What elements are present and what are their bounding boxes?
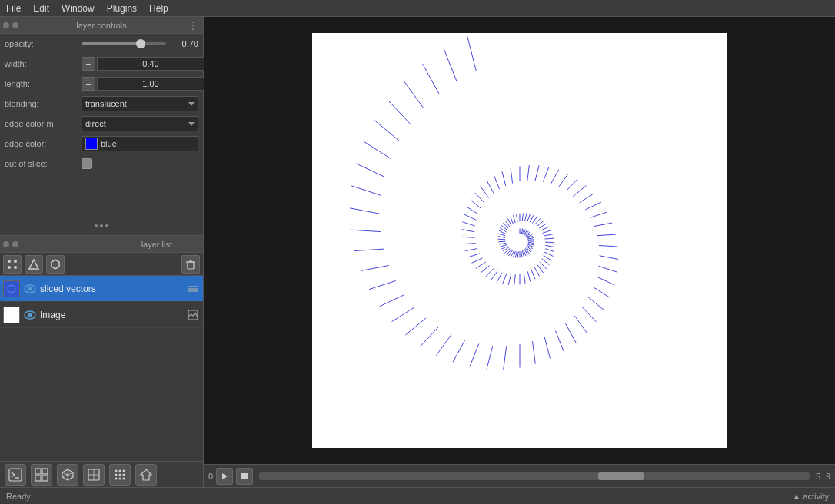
blending-dropdown-arrow-icon xyxy=(188,102,195,106)
sliced-vectors-type-icon xyxy=(186,282,200,296)
svg-point-16 xyxy=(28,313,32,317)
vector-art-svg xyxy=(312,33,727,448)
menu-window[interactable]: Window xyxy=(55,2,101,15)
3d-button[interactable] xyxy=(57,464,78,486)
edge-color-mode-value: direct xyxy=(85,119,188,128)
menu-edit[interactable]: Edit xyxy=(27,2,55,15)
canvas-scrollbar-thumb[interactable] xyxy=(598,472,644,480)
svg-point-0 xyxy=(8,260,11,263)
edge-color-control[interactable]: blue xyxy=(82,136,198,151)
menu-help[interactable]: Help xyxy=(143,2,175,15)
page-current: 5 xyxy=(816,472,820,481)
dots-grid-button[interactable] xyxy=(109,464,131,486)
svg-point-33 xyxy=(123,469,125,472)
width-decrement-button[interactable]: − xyxy=(82,57,95,71)
svg-point-38 xyxy=(119,477,121,479)
svg-rect-23 xyxy=(42,476,48,481)
home-button[interactable] xyxy=(135,464,157,486)
length-decrement-button[interactable]: − xyxy=(82,77,95,91)
layer-item-image[interactable]: Image xyxy=(0,302,203,328)
edge-color-mode-label: edge color m xyxy=(5,119,82,128)
menu-bar: File Edit Window Plugins Help xyxy=(0,0,835,17)
menu-file[interactable]: File xyxy=(0,2,27,15)
opacity-value-area: 0.70 xyxy=(82,39,198,48)
eye-icon-image xyxy=(24,310,36,320)
layer-list-dot-2 xyxy=(12,241,18,247)
activity-label: ▲ activity xyxy=(792,492,829,501)
blending-row: blending: translucent xyxy=(0,94,203,114)
sliced-vectors-preview-icon xyxy=(5,283,18,295)
edge-color-label: edge color: xyxy=(5,139,82,148)
terminal-icon xyxy=(8,468,22,482)
edge-color-mode-row: edge color m direct xyxy=(0,114,203,134)
svg-point-1 xyxy=(14,260,17,263)
image-type-icon xyxy=(186,308,200,322)
grid-button[interactable] xyxy=(31,464,52,486)
left-bottom-toolbar xyxy=(0,461,203,487)
blending-dropdown[interactable]: translucent xyxy=(82,96,198,111)
svg-rect-6 xyxy=(188,262,194,269)
add-shape-button[interactable] xyxy=(25,255,43,274)
stop-button[interactable] xyxy=(236,468,253,485)
canvas-viewport[interactable] xyxy=(204,17,835,464)
opacity-slider-thumb[interactable] xyxy=(136,39,145,48)
layer-item-sliced-vectors[interactable]: sliced vectors xyxy=(0,276,203,302)
svg-point-34 xyxy=(115,473,118,476)
canvas-area: 0 5 | 9 xyxy=(204,17,835,487)
layer-visibility-toggle-image[interactable] xyxy=(23,308,37,322)
add-polygon-button[interactable] xyxy=(46,255,65,274)
eye-icon xyxy=(24,284,36,293)
layer-list-header-icons xyxy=(3,241,18,247)
svg-point-2 xyxy=(8,266,11,269)
home-icon xyxy=(139,468,153,482)
svg-rect-21 xyxy=(42,469,48,474)
svg-point-11 xyxy=(28,287,32,290)
box-button[interactable] xyxy=(83,464,105,486)
svg-rect-41 xyxy=(312,33,727,448)
svg-marker-40 xyxy=(141,469,151,480)
opacity-slider-track[interactable] xyxy=(82,42,166,45)
add-point-button[interactable] xyxy=(3,255,22,274)
layer-controls-panel: layer controls ⋮ opacity: 0.70 width: xyxy=(0,17,203,236)
box-icon xyxy=(87,468,101,482)
play-icon xyxy=(221,472,228,480)
image-icon xyxy=(187,309,199,321)
panel-options-icon[interactable]: ⋮ xyxy=(188,19,198,32)
layer-toolbar xyxy=(0,253,203,276)
svg-rect-22 xyxy=(35,476,41,481)
length-num-control: − + xyxy=(82,77,220,91)
width-input[interactable] xyxy=(97,57,205,71)
layer-list-title: layer list xyxy=(141,240,172,249)
edge-color-mode-dropdown[interactable]: direct xyxy=(82,116,198,131)
edge-color-name: blue xyxy=(101,139,117,148)
trash-icon xyxy=(185,259,196,270)
main-area: layer controls ⋮ opacity: 0.70 width: xyxy=(0,17,835,487)
svg-point-31 xyxy=(115,469,118,472)
terminal-button[interactable] xyxy=(5,464,26,486)
3d-icon xyxy=(61,468,75,482)
svg-point-39 xyxy=(123,477,125,479)
out-of-slice-checkbox[interactable] xyxy=(82,158,92,169)
play-button[interactable] xyxy=(216,468,233,485)
layer-list-panel: layer list xyxy=(0,236,203,487)
width-row: width: − + xyxy=(0,54,203,74)
canvas-scrollbar[interactable] xyxy=(259,472,810,480)
delete-layer-button[interactable] xyxy=(181,255,200,274)
width-label: width: xyxy=(5,59,82,68)
edge-color-swatch[interactable] xyxy=(85,138,98,150)
svg-line-55 xyxy=(527,241,534,242)
length-input[interactable] xyxy=(97,77,205,91)
edge-color-row: edge color: blue xyxy=(0,134,203,154)
layer-name-image: Image xyxy=(40,310,183,320)
menu-plugins[interactable]: Plugins xyxy=(101,2,143,15)
svg-rect-192 xyxy=(241,473,248,479)
svg-marker-191 xyxy=(222,473,228,479)
length-value-area: − + xyxy=(82,77,220,91)
blending-label: blending: xyxy=(5,99,82,108)
expand-section-dots[interactable] xyxy=(0,220,203,232)
layer-visibility-toggle-sliced-vectors[interactable] xyxy=(23,282,37,296)
svg-point-3 xyxy=(14,266,17,269)
status-text: Ready xyxy=(6,492,31,501)
out-of-slice-label: out of slice: xyxy=(5,159,82,168)
length-label: length: xyxy=(5,79,82,88)
